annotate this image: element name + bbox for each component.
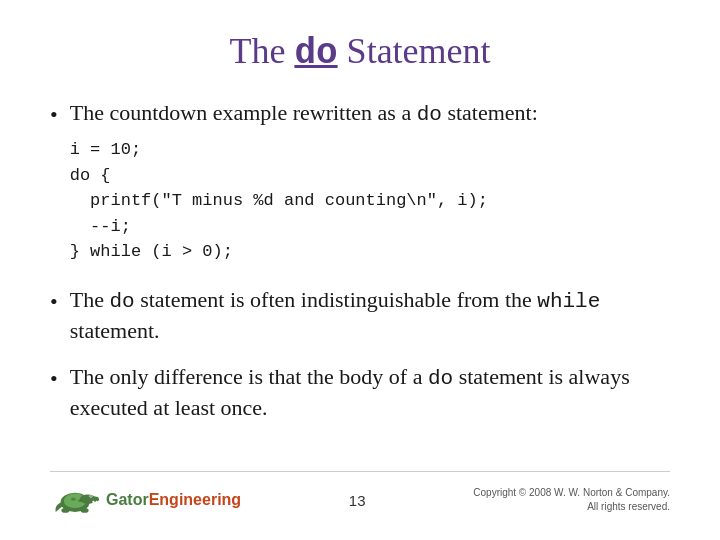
bullet-content-1: The countdown example rewritten as a do … <box>70 98 670 269</box>
svg-point-3 <box>91 496 99 502</box>
title-code: do <box>294 33 337 74</box>
bullet1-text-after: statement: <box>442 100 538 125</box>
slide-title: The do Statement <box>50 30 670 74</box>
bullet-dot-3: • <box>50 364 58 394</box>
bullet-list: • The countdown example rewritten as a d… <box>50 98 670 463</box>
bullet2-code-while: while <box>537 290 600 313</box>
svg-point-11 <box>78 500 82 502</box>
brand-engineering: Engineering <box>149 491 241 508</box>
svg-point-8 <box>61 508 69 513</box>
footer-page-number: 13 <box>349 492 366 509</box>
bullet3-text-before: The only difference is that the body of … <box>70 364 428 389</box>
svg-rect-6 <box>93 501 95 503</box>
svg-point-5 <box>90 495 92 497</box>
bullet2-text-before: The <box>70 287 110 312</box>
bullet3-code: do <box>428 367 453 390</box>
title-text-after: Statement <box>338 31 491 71</box>
code-block-1: i = 10; do { printf("T minus %d and coun… <box>70 137 670 265</box>
slide: The do Statement • The countdown example… <box>0 0 720 540</box>
bullet2-text-mid: statement is often indistinguishable fro… <box>135 287 538 312</box>
svg-point-10 <box>71 498 76 501</box>
bullet-content-2: The do statement is often indistinguisha… <box>70 285 670 346</box>
bullet2-code-do: do <box>109 290 134 313</box>
bullet2-text-after: statement. <box>70 318 160 343</box>
bullet-item-1: • The countdown example rewritten as a d… <box>50 98 670 269</box>
bullet1-code: do <box>417 103 442 126</box>
svg-rect-7 <box>96 501 98 503</box>
footer-logo: GatorEngineering <box>50 480 241 520</box>
bullet-item-2: • The do statement is often indistinguis… <box>50 285 670 346</box>
footer-copyright: Copyright © 2008 W. W. Norton & Company.… <box>473 486 670 514</box>
footer: GatorEngineering 13 Copyright © 2008 W. … <box>50 471 670 520</box>
bullet-content-3: The only difference is that the body of … <box>70 362 670 423</box>
bullet-dot-1: • <box>50 100 58 130</box>
svg-point-9 <box>81 508 89 513</box>
gator-icon <box>50 480 100 520</box>
footer-brand: GatorEngineering <box>106 491 241 509</box>
bullet-dot-2: • <box>50 287 58 317</box>
brand-gator: Gator <box>106 491 149 508</box>
bullet-item-3: • The only difference is that the body o… <box>50 362 670 423</box>
title-text-before: The <box>229 31 294 71</box>
bullet1-text-before: The countdown example rewritten as a <box>70 100 417 125</box>
